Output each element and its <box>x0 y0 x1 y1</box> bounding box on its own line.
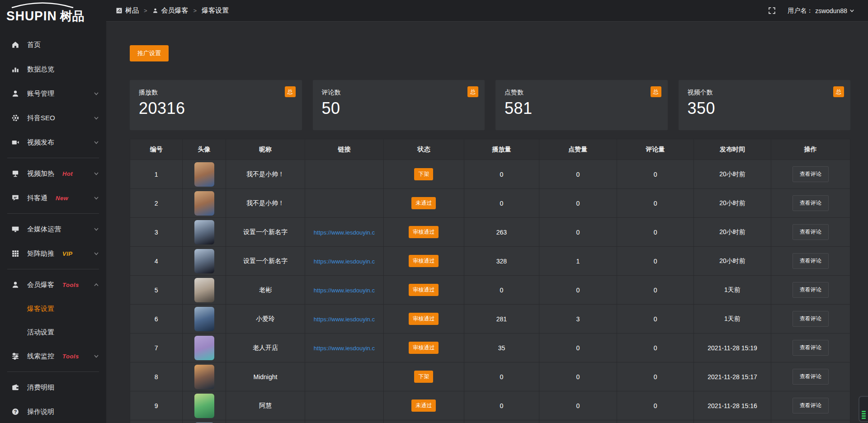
cell-comments: 0 <box>617 276 693 305</box>
sidebar-item-all-media-operation[interactable]: 全媒体运营 <box>0 217 106 241</box>
cell-publish-time: 2021-11-28 15:19 <box>694 334 771 362</box>
sidebar-item-operation-guide[interactable]: ?操作说明 <box>0 400 106 423</box>
video-link[interactable]: https://www.iesdouyin.c <box>314 229 375 236</box>
stat-label: 播放数 <box>139 89 293 97</box>
cell-id <box>130 420 183 423</box>
sidebar-subitem-baoke-settings[interactable]: 爆客设置 <box>0 297 106 320</box>
chevron-up-icon <box>94 282 99 287</box>
user-icon <box>11 89 19 98</box>
video-link[interactable]: https://www.iesdouyin.c <box>314 345 375 352</box>
stat-card-likes: 点赞数581总 <box>495 80 668 130</box>
fullscreen-icon[interactable] <box>768 7 776 14</box>
column-header-likes: 点赞量 <box>539 139 617 160</box>
total-badge: 总 <box>833 86 844 97</box>
view-comments-button[interactable]: 查看评论 <box>793 340 829 356</box>
home-icon <box>11 41 19 49</box>
sidebar-item-consumption-detail[interactable]: 消费明细 <box>0 375 106 400</box>
sidebar-item-douketong[interactable]: 抖客通New <box>0 186 106 210</box>
view-comments-button[interactable]: 查看评论 <box>793 224 829 240</box>
table-row: 4设置一个新名字https://www.iesdouyin.c审核通过32810… <box>130 247 850 276</box>
username-value: zswodun88 <box>815 7 847 14</box>
sidebar-divider <box>7 158 99 158</box>
topbar-right: 用户名：zswodun88 <box>768 7 854 15</box>
sidebar-item-clue-monitor[interactable]: 线索监控Tools <box>0 344 106 368</box>
view-comments-button[interactable]: 查看评论 <box>793 253 829 269</box>
breadcrumb-item-baoke-settings[interactable]: 爆客设置 <box>202 6 229 15</box>
cell-nickname: 老人开店 <box>226 334 305 362</box>
table-row: 6小爱玲https://www.iesdouyin.c审核通过281301天前查… <box>130 305 850 334</box>
user-menu[interactable]: 用户名：zswodun88 <box>788 7 854 15</box>
status-badge: 未通过 <box>411 197 436 209</box>
sidebar-divider <box>7 269 99 269</box>
view-comments-button[interactable]: 查看评论 <box>793 166 829 182</box>
cell-publish-time: 1天前 <box>694 305 771 334</box>
sidebar-item-video-heating[interactable]: 视频加热Hot <box>0 161 106 186</box>
view-comments-button[interactable]: 查看评论 <box>793 398 829 414</box>
sidebar-subitem-activity-settings[interactable]: 活动设置 <box>0 320 106 344</box>
video-link[interactable]: https://www.iesdouyin.c <box>314 258 375 265</box>
floating-widget[interactable] <box>859 396 868 422</box>
view-comments-button[interactable]: 查看评论 <box>793 311 829 327</box>
cell-nickname: 小爱玲 <box>226 305 305 334</box>
table-row: 3设置一个新名字https://www.iesdouyin.c审核通过26300… <box>130 218 850 247</box>
promotion-settings-button[interactable]: 推广设置 <box>130 45 169 61</box>
breadcrumb-item-shupin[interactable]: 树品 <box>116 6 139 15</box>
cell-actions: 查看评论 <box>771 391 850 420</box>
avatar <box>194 307 214 331</box>
chevron-down-icon <box>94 140 99 145</box>
video-link[interactable]: https://www.iesdouyin.c <box>314 316 375 323</box>
sidebar-item-member-baoke[interactable]: 会员爆客Tools <box>0 273 106 297</box>
cell-avatar <box>183 247 226 276</box>
breadcrumb-separator: > <box>193 7 197 14</box>
sidebar-item-label: 抖客通 <box>27 194 47 202</box>
sidebar-item-douyin-seo[interactable]: 抖音SEO <box>0 106 106 130</box>
stat-value: 350 <box>688 99 842 118</box>
breadcrumb-separator: > <box>144 7 147 14</box>
logo-text-en: SHUPIN <box>6 9 57 24</box>
cell-comments: 0 <box>617 334 693 362</box>
sidebar-item-data-overview[interactable]: 数据总览 <box>0 57 106 81</box>
svg-text:?: ? <box>14 409 17 414</box>
cell-id: 6 <box>130 305 183 334</box>
cell-avatar <box>183 362 226 391</box>
cell-nickname: Midnight <box>226 362 305 391</box>
sidebar-item-label: 矩阵助推 <box>27 249 54 258</box>
view-comments-button[interactable]: 查看评论 <box>793 369 829 385</box>
cell-avatar <box>183 305 226 334</box>
video-link[interactable]: https://www.iesdouyin.c <box>314 287 375 294</box>
sidebar-item-label: 消费明细 <box>27 383 54 392</box>
column-header-plays: 播放量 <box>464 139 539 160</box>
sidebar-item-account-management[interactable]: 账号管理 <box>0 81 106 106</box>
cell-comments: 0 <box>617 362 693 391</box>
cell-actions: 查看评论 <box>771 189 850 218</box>
cell-id: 7 <box>130 334 183 362</box>
total-badge: 总 <box>285 86 296 97</box>
cell-actions: 查看评论 <box>771 247 850 276</box>
sidebar-item-home[interactable]: 首页 <box>0 33 106 57</box>
menu-badge: Tools <box>62 353 79 360</box>
cell-comments: 0 <box>617 305 693 334</box>
view-comments-button[interactable]: 查看评论 <box>793 195 829 211</box>
cell-id: 8 <box>130 362 183 391</box>
view-comments-button[interactable]: 查看评论 <box>793 282 829 298</box>
cell-nickname <box>226 420 305 423</box>
cell-likes: 1 <box>539 247 617 276</box>
column-header-nickname: 昵称 <box>226 139 305 160</box>
cell-likes <box>539 420 617 423</box>
sidebar-item-matrix-boost[interactable]: 矩阵助推VIP <box>0 241 106 266</box>
cell-avatar <box>183 334 226 362</box>
cell-nickname: 设置一个新名字 <box>226 218 305 247</box>
cell-id: 3 <box>130 218 183 247</box>
sidebar-item-video-publish[interactable]: 视频发布 <box>0 130 106 155</box>
sidebar-divider <box>7 371 99 372</box>
cell-likes: 0 <box>539 334 617 362</box>
status-badge: 审核通过 <box>409 313 439 325</box>
cell-avatar <box>183 218 226 247</box>
avatar <box>194 278 214 302</box>
cell-publish-time: 20小时前 <box>694 247 771 276</box>
logo[interactable]: SHUPIN 树品 <box>0 0 106 26</box>
sidebar-item-label: 全媒体运营 <box>27 225 61 234</box>
breadcrumb-item-member-baoke[interactable]: 会员爆客 <box>152 6 189 15</box>
breadcrumb-label: 树品 <box>125 6 139 15</box>
avatar <box>194 365 214 389</box>
